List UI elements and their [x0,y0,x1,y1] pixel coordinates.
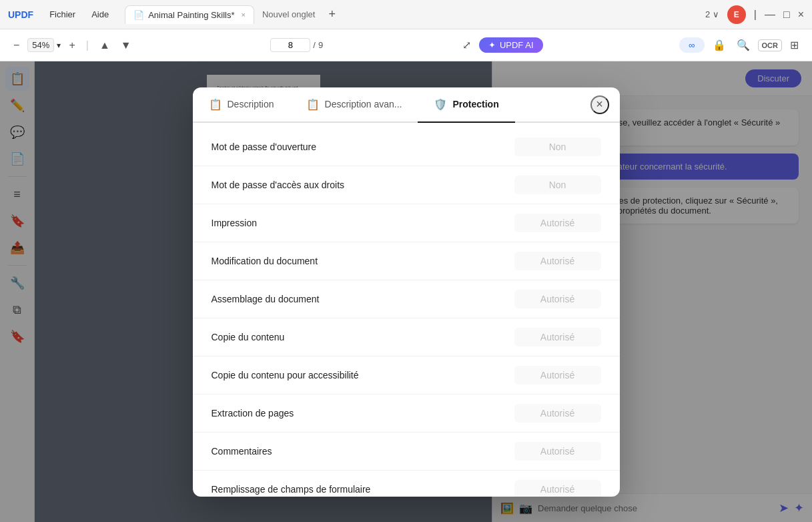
zoom-value-display: 54% [27,38,54,52]
search-icon[interactable]: 🔍 [734,36,753,54]
property-value-2: Autorisé [514,214,601,232]
property-label-1: Mot de passe d'accès aux droits [212,180,514,190]
ai-label: UPDF AI [500,40,534,50]
version-badge[interactable]: 2 ∨ [705,9,719,19]
app-logo: UPDF [8,9,33,20]
property-value-8: Autorisé [514,442,601,461]
property-label-2: Impression [212,218,514,228]
protection-tab-label: Protection [452,99,498,109]
zoom-in-button[interactable]: + [66,37,77,54]
property-row-3: Modification du document Autorisé [193,242,620,280]
description-avancee-tab-label: Description avan... [325,99,402,109]
infinity-button[interactable]: ∞ [679,37,704,53]
property-row-1: Mot de passe d'accès aux droits Non [193,166,620,204]
top-bar: UPDF Fichier Aide 📄 Animal Painting Skil… [0,0,812,29]
tab-description-avancee[interactable]: 📋 Description avan... [290,87,418,123]
updf-ai-button[interactable]: ✦ UPDF AI [479,37,543,53]
property-row-6: Copie du contenu pour accessibilité Auto… [193,356,620,395]
nav-up-button[interactable]: ▲ [97,37,113,54]
description-tab-icon: 📋 [209,98,222,111]
property-row-0: Mot de passe d'ouverture Non [193,128,620,166]
property-value-1: Non [514,176,601,194]
user-avatar[interactable]: E [727,5,746,24]
property-label-5: Copie du contenu [212,332,514,342]
tab-description[interactable]: 📋 Description [193,87,290,123]
property-row-7: Extraction de pages Autorisé [193,395,620,433]
ai-icon: ✦ [488,40,496,50]
add-tab-button[interactable]: + [328,7,336,21]
property-value-9: Autorisé [514,480,601,497]
modal-overlay: 📋 Description 📋 Description avan... 🛡️ P… [0,61,812,522]
lock-icon[interactable]: 🔒 [710,36,729,54]
window-controls: 2 ∨ E | — □ × [705,5,804,24]
close-window-button[interactable]: × [798,9,804,21]
description-tab-label: Description [228,99,274,109]
property-label-8: Commentaires [212,446,514,457]
property-value-5: Autorisé [514,328,601,346]
property-value-0: Non [514,138,601,156]
property-label-7: Extraction de pages [212,408,514,419]
property-value-3: Autorisé [514,252,601,270]
property-row-4: Assemblage du document Autorisé [193,280,620,318]
toolbar-divider: | [86,39,89,51]
property-value-6: Autorisé [514,366,601,384]
tab-animal-painting[interactable]: 📄 Animal Painting Skills* × [125,5,254,24]
protection-modal: 📋 Description 📋 Description avan... 🛡️ P… [193,87,620,497]
description-avancee-tab-icon: 📋 [306,98,320,111]
tab-protection[interactable]: 🛡️ Protection [418,87,514,123]
property-label-4: Assemblage du document [212,294,514,304]
separator-icon: | [754,9,757,21]
property-row-8: Commentaires Autorisé [193,433,620,471]
modal-body: Mot de passe d'ouverture Non Mot de pass… [193,123,620,497]
page-total: 9 [318,40,323,50]
nav-down-button[interactable]: ▼ [118,37,134,54]
property-label-6: Copie du contenu pour accessibilité [212,370,514,380]
modal-header: 📋 Description 📋 Description avan... 🛡️ P… [193,87,620,123]
tab-doc-icon: 📄 [133,10,144,20]
property-value-7: Autorisé [514,404,601,423]
zoom-area: 54% ▾ [27,38,61,52]
minimize-button[interactable]: — [765,9,775,21]
property-row-2: Impression Autorisé [193,204,620,242]
zoom-out-button[interactable]: − [11,37,22,54]
tab-bar: 📄 Animal Painting Skills* × Nouvel ongle… [125,5,700,24]
page-navigation: / 9 [270,38,323,52]
expand-button[interactable]: ⤢ [460,36,474,54]
main-area: 📋 ✏️ 💬 📄 ≡ 🔖 📤 🔧 ⧉ 🔖 Egyptian art celebr… [0,61,812,522]
page-separator: / [313,40,316,50]
property-label-3: Modification du document [212,256,514,266]
property-label-9: Remplissage de champs de formulaire [212,484,514,495]
property-value-4: Autorisé [514,290,601,308]
property-label-0: Mot de passe d'ouverture [212,142,514,152]
menu-aide[interactable]: Aide [86,7,114,22]
protection-tab-icon: 🛡️ [434,98,447,111]
property-row-5: Copie du contenu Autorisé [193,318,620,356]
more-options-icon[interactable]: ⊞ [787,36,801,54]
maximize-button[interactable]: □ [783,9,790,21]
ocr-button[interactable]: OCR [758,39,782,51]
tab-new[interactable]: Nouvel onglet [254,5,324,23]
zoom-dropdown-button[interactable]: ▾ [57,41,61,50]
modal-close-button[interactable]: × [590,95,609,114]
tab-close-button[interactable]: × [242,11,246,19]
toolbar: − 54% ▾ + | ▲ ▼ / 9 ⤢ ✦ UPDF AI ∞ 🔒 🔍 OC… [0,29,812,61]
menu-fichier[interactable]: Fichier [44,7,81,22]
toolbar-right: ∞ 🔒 🔍 OCR ⊞ [679,36,801,54]
page-input[interactable] [270,38,310,52]
property-row-9: Remplissage de champs de formulaire Auto… [193,471,620,497]
